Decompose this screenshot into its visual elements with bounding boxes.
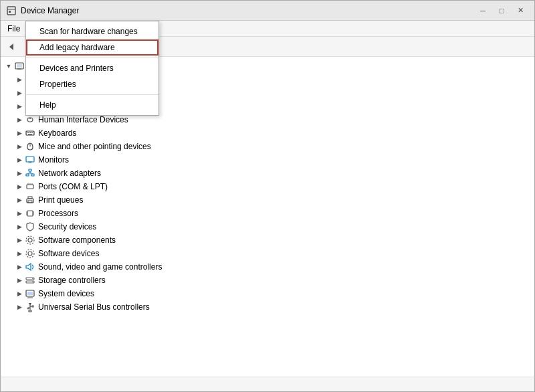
close-button[interactable]: ✕: [512, 3, 529, 18]
tree-expander-system-devices: ▶: [14, 288, 25, 299]
svg-marker-3: [9, 43, 13, 50]
tree-item-mice[interactable]: ▶ Mice and other pointing devices: [1, 140, 534, 153]
menu-file[interactable]: File: [1, 21, 27, 36]
menu-scan-hardware[interactable]: Scan for hardware changes: [26, 23, 158, 39]
tree-expander-sound-video: ▶: [14, 262, 25, 272]
tree-icon-software-components: [25, 235, 35, 246]
tree-icon-monitors: [25, 155, 35, 165]
tree-item-network-adapters[interactable]: ▶ Network adapters: [1, 167, 534, 180]
tree-icon-ports: [25, 181, 35, 192]
minimize-button[interactable]: ─: [474, 3, 492, 18]
tree-icon-security-devices: [25, 221, 35, 232]
tree-expander-keyboards: ▶: [14, 128, 25, 138]
tree-label-usb-controllers: Universal Serial Bus controllers: [38, 302, 150, 312]
tree-item-system-devices[interactable]: ▶ System devices: [1, 287, 534, 300]
svg-marker-55: [26, 264, 31, 270]
tree-label-ports: Ports (COM & LPT): [38, 182, 108, 191]
maximize-button[interactable]: □: [493, 3, 510, 18]
svg-rect-12: [17, 64, 22, 68]
svg-rect-26: [28, 134, 32, 134]
tree-item-keyboards[interactable]: ▶ Keyboards: [1, 126, 534, 140]
tree-expander-human-interface: ▶: [14, 114, 25, 125]
tree-label-software-devices: Software devices: [38, 249, 99, 258]
tree-expander-software-devices: ▶: [14, 248, 25, 259]
tree-icon-system-devices: [25, 288, 35, 299]
svg-point-21: [29, 118, 31, 119]
svg-point-52: [26, 236, 34, 244]
tree-label-storage-controllers: Storage controllers: [38, 276, 106, 285]
tree-icon-human-interface: [25, 114, 35, 125]
menu-add-legacy-hardware[interactable]: Add legacy hardware: [26, 39, 158, 56]
status-bar: [1, 377, 534, 391]
tree-expander-software-components: ▶: [14, 235, 25, 246]
tree-label-security-devices: Security devices: [38, 222, 96, 231]
tree-item-software-devices[interactable]: ▶ Software devices: [1, 247, 534, 260]
svg-rect-28: [26, 157, 34, 162]
action-dropdown-menu: Scan for hardware changes Add legacy har…: [25, 21, 159, 116]
svg-rect-23: [27, 132, 29, 133]
window-controls: ─ □ ✕: [474, 3, 529, 18]
menu-separator-1: [26, 58, 158, 58]
tree-expander-display-adapters: ▶: [14, 88, 25, 98]
device-manager-window: Device Manager ─ □ ✕ File Action View He…: [0, 0, 535, 392]
svg-rect-25: [31, 132, 33, 133]
tree-item-processors[interactable]: ▶ Processors: [1, 207, 534, 220]
root-icon: [14, 61, 25, 72]
tree-expander-security-devices: ▶: [14, 221, 25, 232]
tree-label-sound-video: Sound, video and game controllers: [38, 262, 162, 272]
tree-icon-software-devices: [25, 248, 35, 259]
window-icon: [6, 5, 17, 16]
tree-expander-usb-controllers: ▶: [14, 302, 25, 312]
tree-expander-monitors: ▶: [14, 155, 25, 165]
menu-bar: File Action View Help Scan for hardware …: [1, 21, 534, 37]
svg-rect-24: [29, 132, 31, 133]
tree-item-security-devices[interactable]: ▶ Security devices: [1, 220, 534, 233]
menu-devices-printers[interactable]: Devices and Printers: [26, 60, 158, 76]
tree-label-mice: Mice and other pointing devices: [38, 142, 151, 151]
tree-item-usb-controllers[interactable]: ▶ Universal Serial Bus controllers: [1, 300, 534, 314]
tree-label-system-devices: System devices: [38, 289, 94, 298]
tree-label-print-queues: Print queues: [38, 195, 83, 205]
svg-rect-42: [28, 197, 32, 199]
tree-icon-usb-controllers: [25, 302, 35, 312]
tree-label-monitors: Monitors: [38, 155, 69, 165]
svg-point-68: [27, 308, 29, 309]
svg-point-51: [28, 238, 32, 242]
svg-rect-37: [27, 185, 33, 189]
tree-expander-disk-drives: ▶: [14, 74, 25, 85]
tree-expander-mice: ▶: [14, 141, 25, 152]
svg-point-59: [32, 282, 33, 283]
tree-icon-mice: [25, 141, 35, 152]
menu-help-action[interactable]: Help: [26, 97, 158, 113]
tree-expander-print-queues: ▶: [14, 195, 25, 205]
svg-rect-62: [27, 292, 33, 295]
toolbar-back-btn[interactable]: [3, 39, 19, 55]
tree-item-software-components[interactable]: ▶ Software components: [1, 233, 534, 247]
tree-label-processors: Processors: [38, 209, 78, 218]
svg-rect-70: [29, 310, 31, 312]
window-title: Device Manager: [21, 6, 474, 15]
svg-rect-44: [27, 211, 33, 216]
tree-expander-ports: ▶: [14, 181, 25, 192]
svg-point-53: [28, 252, 32, 256]
tree-icon-keyboards: [25, 128, 35, 138]
svg-rect-32: [26, 174, 29, 176]
svg-rect-66: [32, 306, 33, 307]
svg-rect-43: [28, 201, 32, 203]
tree-label-software-components: Software components: [38, 235, 116, 245]
tree-label-keyboards: Keyboards: [38, 128, 76, 138]
tree-expander-firmware: ▶: [14, 101, 25, 112]
tree-label-human-interface: Human Interface Devices: [38, 115, 128, 124]
tree-item-storage-controllers[interactable]: ▶ Storage controllers: [1, 274, 534, 287]
root-expander: ▼: [3, 61, 14, 72]
tree-item-ports[interactable]: ▶ Ports (COM & LPT): [1, 180, 534, 193]
tree-icon-print-queues: [25, 195, 35, 205]
tree-item-print-queues[interactable]: ▶ Print queues: [1, 193, 534, 207]
tree-expander-processors: ▶: [14, 208, 25, 219]
tree-icon-processors: [25, 208, 35, 219]
tree-item-sound-video[interactable]: ▶ Sound, video and game controllers: [1, 260, 534, 274]
menu-properties[interactable]: Properties: [26, 76, 158, 92]
svg-point-58: [32, 278, 33, 280]
tree-label-network-adapters: Network adapters: [38, 169, 101, 178]
tree-item-monitors[interactable]: ▶ Monitors: [1, 153, 534, 167]
